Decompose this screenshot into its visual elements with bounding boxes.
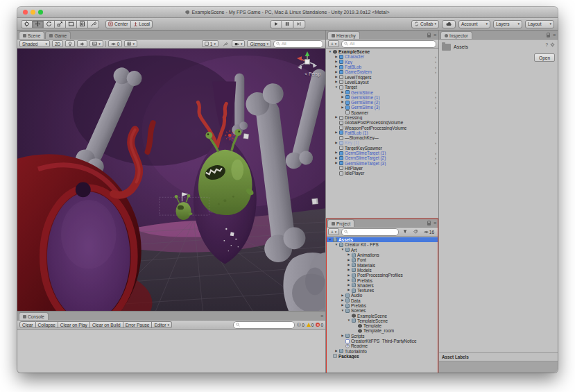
project-row[interactable]: ▼Creator Kit - FPS	[326, 242, 438, 247]
expand-arrow-icon[interactable]: ▶	[334, 76, 339, 78]
expand-arrow-icon[interactable]: ▶	[346, 274, 352, 277]
step-button[interactable]	[293, 20, 305, 28]
expand-arrow-icon[interactable]: ▼	[327, 239, 333, 241]
project-row[interactable]: ▶PostProcessingProfiles	[326, 273, 438, 278]
expand-arrow-icon[interactable]: ▶	[340, 304, 345, 307]
hierarchy-row[interactable]: ▶GermSlime (2)›	[326, 100, 438, 105]
expand-arrow-icon[interactable]: ▼	[327, 51, 333, 53]
expand-arrow-icon[interactable]: ▶	[334, 131, 339, 134]
project-row[interactable]: ▼TemplateScene	[326, 318, 438, 323]
gear-icon[interactable]	[550, 42, 555, 47]
tab-inspector[interactable]: Inspector	[440, 31, 472, 39]
project-row[interactable]: ▶Data	[326, 298, 438, 303]
hidden-count-button[interactable]: 16	[422, 228, 436, 235]
view-tool-button[interactable]	[21, 20, 33, 28]
project-row[interactable]: ▶Prefabs	[326, 278, 438, 282]
scene-tools-button[interactable]	[221, 40, 230, 47]
space-local-button[interactable]: Local	[131, 20, 153, 28]
custom-tool-button[interactable]	[88, 20, 99, 28]
hierarchy-row[interactable]: ▶LevelLayout	[326, 80, 438, 85]
tab-project[interactable]: Project	[327, 219, 354, 227]
hierarchy-row[interactable]: Spawner	[326, 110, 438, 115]
project-row[interactable]: Template_room	[326, 328, 438, 333]
inspector-menu-icon[interactable]: ≡	[553, 33, 556, 37]
expand-arrow-icon[interactable]: ▼	[340, 309, 345, 312]
prefab-chevron-icon[interactable]: ›	[435, 105, 438, 110]
expand-arrow-icon[interactable]: ▶	[334, 151, 339, 154]
rect-tool-button[interactable]	[66, 20, 77, 28]
hierarchy-row[interactable]: WeaponPostProcessingVolume	[326, 125, 438, 130]
project-row[interactable]: ?Readme	[326, 343, 438, 348]
console-clear-on-play-button[interactable]: Clear on Play	[58, 321, 90, 328]
hierarchy-row[interactable]: ▶Key›	[326, 60, 438, 65]
lock-icon[interactable]	[427, 223, 431, 225]
transform-tool-button[interactable]	[77, 20, 88, 28]
x-axis-cone[interactable]	[297, 56, 302, 60]
expand-arrow-icon[interactable]: ▶	[340, 294, 345, 297]
expand-arrow-icon[interactable]: ▶	[346, 279, 352, 282]
console-editor-button[interactable]: Editor▾	[152, 321, 172, 328]
hierarchy-row[interactable]: TargetKeySpawner	[326, 146, 438, 151]
expand-arrow-icon[interactable]: ▶	[334, 65, 339, 68]
search-by-type-button[interactable]	[401, 228, 409, 235]
hierarchy-row[interactable]: ▶FatBLob (1)›	[326, 130, 438, 135]
camera-settings-dropdown[interactable]: ▾	[232, 40, 246, 47]
expand-arrow-icon[interactable]: ▶	[334, 56, 339, 58]
expand-arrow-icon[interactable]: ▼	[334, 86, 339, 89]
project-row[interactable]: Packages	[326, 354, 438, 359]
project-row[interactable]: ▼Art	[326, 248, 438, 253]
grid-dropdown[interactable]: ▾	[124, 40, 137, 47]
prefab-chevron-icon[interactable]: ›	[435, 161, 438, 165]
hierarchy-menu-icon[interactable]: ≡	[434, 33, 436, 37]
rotate-tool-button[interactable]	[44, 20, 55, 28]
shading-mode-dropdown[interactable]: Shaded▾	[19, 40, 50, 47]
console-collapse-button[interactable]: Collapse	[36, 321, 58, 328]
hierarchy-row[interactable]: HitPlayer	[326, 166, 438, 171]
expand-arrow-icon[interactable]: ▶	[340, 96, 345, 99]
project-row[interactable]: ▶Models	[326, 268, 438, 273]
project-menu-icon[interactable]: ≡	[434, 221, 436, 225]
expand-arrow-icon[interactable]: ▶	[346, 264, 352, 266]
project-create-button[interactable]: +▾	[328, 228, 339, 235]
expand-arrow-icon[interactable]: ▶	[340, 106, 345, 109]
cloud-button[interactable]	[442, 20, 456, 28]
persp-label[interactable]: <Persp	[304, 71, 320, 76]
expand-arrow-icon[interactable]: ▶	[346, 289, 352, 291]
hierarchy-row[interactable]: ▶Key (1)›	[326, 140, 438, 145]
project-row[interactable]: ▶TutorialInfo	[326, 349, 438, 354]
prefab-chevron-icon[interactable]: ›	[435, 90, 438, 94]
hierarchy-row[interactable]: —StomachKey—	[326, 135, 438, 140]
expand-arrow-icon[interactable]: ▼	[340, 248, 345, 251]
project-row[interactable]: ▼Scenes	[326, 308, 438, 313]
project-row[interactable]: CreatorKitFPS_Third-PartyNotice	[326, 339, 438, 343]
project-row[interactable]: ▼Assets	[326, 237, 438, 242]
hierarchy-row[interactable]: ▼ExampleScene	[326, 49, 438, 54]
hierarchy-row[interactable]: ▶GermSlimeTarget (1)›	[326, 151, 438, 155]
console-clear-button[interactable]: Clear	[19, 321, 36, 328]
expand-arrow-icon[interactable]: ▼	[346, 319, 352, 322]
y-axis-cone[interactable]	[305, 51, 310, 56]
expand-arrow-icon[interactable]: ▶	[334, 157, 339, 160]
hierarchy-row[interactable]: ▶GameSystem›	[326, 69, 438, 74]
expand-arrow-icon[interactable]: ▼	[334, 244, 339, 246]
help-icon[interactable]: ?	[545, 42, 548, 47]
prefab-chevron-icon[interactable]: ›	[435, 70, 438, 74]
zoom-window-button[interactable]	[38, 10, 43, 15]
expand-arrow-icon[interactable]: ▶	[340, 299, 345, 302]
hierarchy-row[interactable]: ▶Dressing	[326, 115, 438, 120]
prefab-chevron-icon[interactable]: ›	[435, 156, 438, 160]
collab-button[interactable]: Collab▾	[411, 20, 439, 28]
project-row[interactable]: Template	[326, 323, 438, 328]
expand-arrow-icon[interactable]: ▶	[346, 253, 352, 256]
project-row[interactable]: ExampleScene	[326, 313, 438, 318]
scene-visibility-toggle[interactable]: 0	[108, 40, 123, 47]
gizmos-dropdown[interactable]: Gizmos▾	[247, 40, 271, 47]
expand-arrow-icon[interactable]: ▶	[334, 80, 339, 83]
expand-arrow-icon[interactable]: ▶	[334, 60, 339, 63]
expand-arrow-icon[interactable]: ▶	[334, 142, 339, 144]
expand-arrow-icon[interactable]: ▶	[346, 284, 352, 287]
hierarchy-row[interactable]: ▶GermSlime (3)›	[326, 105, 438, 110]
project-row[interactable]: ▶Shaders	[326, 283, 438, 288]
hierarchy-row[interactable]: ▼Target	[326, 85, 438, 90]
hierarchy-row[interactable]: IdlePlayer	[326, 171, 438, 176]
